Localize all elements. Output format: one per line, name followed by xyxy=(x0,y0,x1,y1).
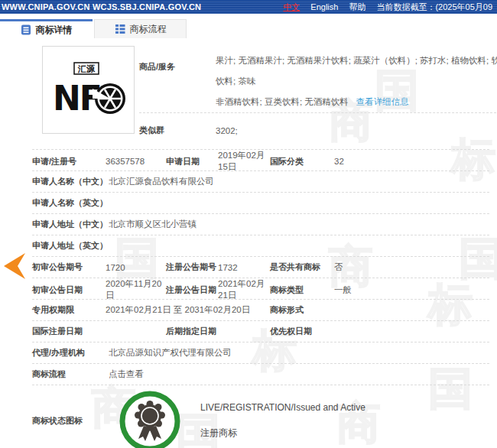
field-label: 商标类型 xyxy=(270,284,334,296)
table-row: 申请/注册号 36357578 申请日期 2019年02月15日 国际分类 32 xyxy=(32,150,489,171)
field-value: 北京汇源食品饮料有限公司 xyxy=(109,176,214,187)
table-row: 专用权期限 2021年02月21日 至 2031年02月20日 商标形式 xyxy=(32,300,489,321)
field-label: 后期指定日期 xyxy=(166,326,218,337)
site-url: WWW.CNIPA.GOV.CN WCJS.SBJ.CNIPA.GOV.CN xyxy=(2,2,201,11)
table-row: 商标流程 点击查看 xyxy=(32,364,489,385)
collapse-left-arrow-icon[interactable] xyxy=(3,252,26,280)
field-label: 申请日期 xyxy=(166,156,218,167)
view-details-link[interactable]: 查看详细信息 xyxy=(356,97,409,106)
field-value: 否 xyxy=(334,261,489,273)
field-label: 国际分类 xyxy=(270,156,334,167)
field-label: 注册公告日期 xyxy=(166,284,218,296)
field-value: 1720 xyxy=(106,263,166,272)
field-label: 申请人名称（英文） xyxy=(32,197,109,209)
field-label: 商标形式 xyxy=(270,304,334,316)
table-row: 申请人名称（英文） xyxy=(32,193,489,214)
field-value: 2021年02月21日 至 2031年02月20日 xyxy=(106,304,270,316)
help-link[interactable]: 帮助 xyxy=(349,2,365,13)
field-label: 代理/办理机构 xyxy=(32,347,109,359)
field-label: 申请/注册号 xyxy=(32,156,106,167)
field-label: 国际注册日期 xyxy=(32,326,106,337)
table-row: 国际注册日期 后期指定日期 优先权日期 xyxy=(32,321,489,342)
table-row: 申请人地址（中文） 北京市顺义区北小营镇 xyxy=(32,214,489,235)
field-value: 36357578 xyxy=(106,157,166,166)
tab-trademark-details[interactable]: 商标详情 xyxy=(0,19,93,38)
field-label: 注册公告期号 xyxy=(166,261,218,273)
field-label: 是否共有商标 xyxy=(270,261,334,273)
top-bar: WWW.CNIPA.GOV.CN WCJS.SBJ.CNIPA.GOV.CN 中… xyxy=(0,0,497,14)
data-cutoff-text: 当前数据截至：(2025年05月09 xyxy=(376,2,492,13)
field-value: 1732 xyxy=(218,263,270,272)
table-row: 初审公告期号 1720 注册公告期号 1732 是否共有商标 否 xyxy=(32,257,489,278)
nfc-logo: 汇源 NF xyxy=(47,52,131,128)
field-label-goods: 商品/服务 xyxy=(139,50,216,112)
field-value: 北京市顺义区北小营镇 xyxy=(109,219,197,230)
tab-label: 商标详情 xyxy=(36,24,73,37)
field-label-status: 商标状态图标 xyxy=(32,415,109,427)
field-value: 2020年11月20日 xyxy=(106,278,166,301)
field-value: 2021年02月21日 xyxy=(218,278,270,301)
goods-services-row: 汇源 NF 商品/服务 xyxy=(32,46,489,150)
status-text-cn: 注册商标 xyxy=(200,427,365,440)
trademark-detail-page: WWW.CNIPA.GOV.CN WCJS.SBJ.CNIPA.GOV.CN 中… xyxy=(0,0,497,448)
trademark-detail-table: 汇源 NF 商品/服务 xyxy=(0,38,497,448)
click-to-view-link[interactable]: 点击查看 xyxy=(109,368,144,380)
similar-group-value: 3202; xyxy=(216,126,238,135)
tab-bar: 商标详情 商标流程 xyxy=(0,19,497,38)
field-label-similar-group: 类似群 xyxy=(139,125,216,136)
lang-chinese-link[interactable]: 中文 xyxy=(283,2,300,13)
document-icon xyxy=(21,24,31,35)
field-label: 申请人地址（英文） xyxy=(32,240,109,252)
field-label: 初审公告期号 xyxy=(32,261,106,273)
list-icon xyxy=(115,24,125,34)
table-row: 代理/办理机构 北京品源知识产权代理有限公司 xyxy=(32,342,489,364)
field-label: 商标流程 xyxy=(32,368,109,380)
table-row: 申请人地址（英文） xyxy=(32,235,489,257)
svg-text:汇源: 汇源 xyxy=(77,64,96,73)
field-label: 优先权日期 xyxy=(270,326,334,337)
lang-english-link[interactable]: English xyxy=(310,2,338,11)
tab-label: 商标流程 xyxy=(130,23,167,36)
field-label: 申请人地址（中文） xyxy=(32,219,109,230)
field-value: 北京品源知识产权代理有限公司 xyxy=(109,347,232,359)
table-row: 初审公告日期 2020年11月20日 注册公告日期 2021年02月21日 商标… xyxy=(32,278,489,300)
status-medal-icon xyxy=(119,391,180,448)
field-value: 一般 xyxy=(334,284,489,296)
field-label: 专用权期限 xyxy=(32,304,106,316)
status-text-en: LIVE/REGISTRATION/Issued and Active xyxy=(200,402,365,413)
trademark-status-row: 商标状态图标 LIVE/REGIST xyxy=(32,385,489,448)
field-value: 32 xyxy=(334,157,489,166)
goods-value: 果汁; 无酒精果汁; 无酒精果汁饮料; 蔬菜汁（饮料）; 苏打水; 植物饮料; … xyxy=(216,50,497,112)
tab-trademark-process[interactable]: 商标流程 xyxy=(94,19,187,38)
field-value: 2019年02月15日 xyxy=(218,150,270,173)
table-row: 申请人名称（中文） 北京汇源食品饮料有限公司 xyxy=(32,171,489,193)
field-label: 申请人名称（中文） xyxy=(32,176,109,187)
field-label: 初审公告日期 xyxy=(32,284,106,296)
trademark-image: 汇源 NF xyxy=(42,46,135,134)
